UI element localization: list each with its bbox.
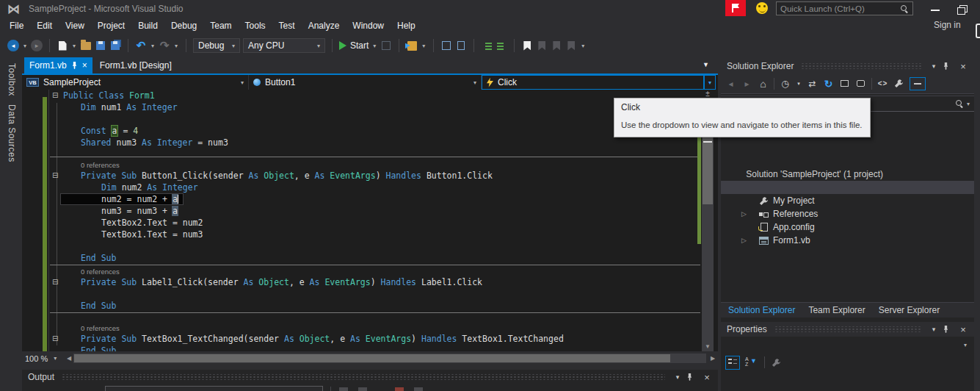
expander-icon[interactable]: ▷ xyxy=(741,237,747,244)
navbar-member-dropdown[interactable]: Button1 ▾ xyxy=(249,75,482,90)
code-line[interactable]: ⊟Private Sub Label1_Click(sender As Obje… xyxy=(22,276,718,288)
menu-team[interactable]: Team xyxy=(203,19,238,32)
selected-project-row[interactable] xyxy=(721,181,974,194)
open-file-icon[interactable] xyxy=(80,39,92,52)
preview-selected-items-button[interactable] xyxy=(910,77,926,90)
scroll-right-icon[interactable]: ▶ xyxy=(708,355,718,362)
menu-test[interactable]: Test xyxy=(272,19,302,32)
clear-output-icon[interactable] xyxy=(395,387,404,391)
data-sources-tab[interactable]: Data Sources xyxy=(5,104,17,162)
scroll-left-icon[interactable]: ◀ xyxy=(65,355,73,362)
save-icon[interactable] xyxy=(95,39,106,52)
find-in-files-icon[interactable] xyxy=(406,39,418,52)
properties-object-dropdown[interactable]: ▾ xyxy=(721,337,974,353)
show-all-files-wrench-icon[interactable] xyxy=(893,77,904,90)
menu-project[interactable]: Project xyxy=(91,19,131,32)
code-line[interactable] xyxy=(22,148,718,160)
close-icon[interactable]: × xyxy=(958,325,968,334)
code-line[interactable]: Shared num3 As Integer = num3 xyxy=(22,137,718,148)
code-line[interactable]: TextBox1.Text = num3 xyxy=(22,229,718,240)
new-file-dropdown-icon[interactable]: ▾ xyxy=(71,43,77,49)
view-code-icon[interactable]: <> xyxy=(877,77,888,90)
vertical-scrollbar-thumb[interactable] xyxy=(703,137,713,204)
pin-icon[interactable] xyxy=(687,373,697,381)
sync-with-active-document-icon[interactable]: ⇄ xyxy=(807,77,818,90)
code-line[interactable] xyxy=(22,315,718,323)
properties-pages-icon[interactable] xyxy=(855,77,866,90)
save-all-icon[interactable] xyxy=(109,39,121,52)
find-dropdown-icon[interactable]: ▾ xyxy=(421,43,427,49)
pin-icon[interactable] xyxy=(943,326,954,333)
close-tab-icon[interactable]: × xyxy=(82,61,87,70)
close-icon[interactable]: × xyxy=(702,373,712,382)
undo-dropdown-icon[interactable]: ▾ xyxy=(150,43,156,49)
code-line[interactable]: End Sub xyxy=(22,300,718,312)
undo-icon[interactable]: ↶ xyxy=(135,39,147,52)
redo-dropdown-icon[interactable]: ▾ xyxy=(173,43,179,49)
menu-tools[interactable]: Tools xyxy=(239,19,272,32)
codelens-references[interactable]: 0 references xyxy=(22,267,718,276)
navigate-forward-icon[interactable]: ▸ xyxy=(31,40,43,51)
decrease-indent-icon[interactable] xyxy=(481,39,493,52)
codelens-references[interactable]: 0 references xyxy=(22,160,718,170)
horizontal-scrollbar-thumb[interactable] xyxy=(74,354,670,362)
alphabetical-sort-icon[interactable]: AZ▼ xyxy=(744,356,758,369)
menu-build[interactable]: Build xyxy=(131,19,164,32)
toolbox-tab[interactable]: Toolbox xyxy=(5,63,17,96)
window-position-dropdown-icon[interactable]: ▾ xyxy=(672,373,683,381)
minimize-button[interactable] xyxy=(926,3,945,15)
tab-form1vb[interactable]: Form1.vb × xyxy=(24,57,92,73)
increase-indent-icon[interactable] xyxy=(496,39,507,52)
restore-button[interactable] xyxy=(953,3,972,15)
expander-icon[interactable]: ▷ xyxy=(741,210,747,218)
fold-collapse-icon[interactable]: ⊟ xyxy=(52,90,58,101)
codelens-references[interactable]: 0 references xyxy=(22,323,718,333)
fold-collapse-icon[interactable]: ⊟ xyxy=(52,170,58,182)
back-dropdown-icon[interactable]: ▾ xyxy=(22,43,28,49)
document-list-dropdown-icon[interactable]: ▼ xyxy=(703,61,709,68)
tab-solution-explorer[interactable]: Solution Explorer xyxy=(728,305,795,315)
fold-collapse-icon[interactable]: ⊟ xyxy=(52,333,58,345)
code-line[interactable]: Dim num2 As Integer xyxy=(22,182,718,193)
refresh-icon[interactable]: ↻ xyxy=(823,77,834,90)
code-line[interactable]: End Sub xyxy=(22,345,718,351)
code-line[interactable]: End Sub xyxy=(22,252,718,264)
solution-configuration-dropdown[interactable]: Debug ▾ xyxy=(193,38,240,53)
tree-item-form1vb[interactable]: ▷ Form1.vb xyxy=(721,234,974,247)
pin-icon[interactable] xyxy=(943,62,954,70)
tab-server-explorer[interactable]: Server Explorer xyxy=(879,305,940,315)
feedback-smiley-button[interactable] xyxy=(756,2,768,14)
tab-form1vb-design[interactable]: Form1.vb [Design] xyxy=(92,57,179,73)
fold-collapse-icon[interactable]: ⊟ xyxy=(52,276,58,288)
menu-analyze[interactable]: Analyze xyxy=(302,19,346,32)
solution-platform-dropdown[interactable]: Any CPU ▾ xyxy=(243,38,325,53)
horizontal-scrollbar[interactable] xyxy=(73,354,706,363)
toolbar-overflow-icon[interactable]: ▾ xyxy=(580,43,586,49)
navbar-event-dropdown-button[interactable]: ▾ xyxy=(704,75,716,90)
solution-node-label[interactable]: Solution 'SampleProject' (1 project) xyxy=(746,169,883,179)
window-position-dropdown-icon[interactable]: ▾ xyxy=(929,326,939,333)
tab-team-explorer[interactable]: Team Explorer xyxy=(808,305,865,315)
quick-launch-input[interactable]: Quick Launch (Ctrl+Q) xyxy=(776,1,913,15)
tree-item-my-project[interactable]: My Project xyxy=(721,194,974,207)
navbar-event-dropdown[interactable]: Click xyxy=(482,75,704,90)
toggle-bookmark-icon[interactable] xyxy=(521,39,533,52)
code-line[interactable]: TextBox2.Text = num2 xyxy=(22,217,718,229)
navbar-project-dropdown[interactable]: VB SampleProject ▾ xyxy=(22,75,249,90)
code-line[interactable]: ⊟Private Sub TextBox1_TextChanged(sender… xyxy=(22,333,718,345)
editor-split-handle[interactable]: ± xyxy=(702,90,714,98)
editor-zoom-dropdown[interactable]: 100 % ▾ xyxy=(22,353,65,365)
code-line[interactable] xyxy=(22,240,718,252)
output-toolbar-icon[interactable] xyxy=(414,387,423,391)
output-toolbar-icon[interactable] xyxy=(339,387,348,391)
start-debugging-button[interactable]: Start xyxy=(339,40,369,51)
menu-help[interactable]: Help xyxy=(391,19,422,32)
code-line[interactable]: num2 = num2 + a xyxy=(22,193,718,205)
code-line[interactable]: num3 = num3 + a xyxy=(22,205,718,217)
pending-changes-filter-icon[interactable]: ◷ xyxy=(780,77,791,90)
menu-file[interactable]: File xyxy=(3,19,30,32)
show-output-from-dropdown[interactable] xyxy=(105,386,323,391)
collapse-all-icon[interactable] xyxy=(839,77,850,90)
new-file-icon[interactable] xyxy=(57,39,68,52)
menu-edit[interactable]: Edit xyxy=(30,19,59,32)
